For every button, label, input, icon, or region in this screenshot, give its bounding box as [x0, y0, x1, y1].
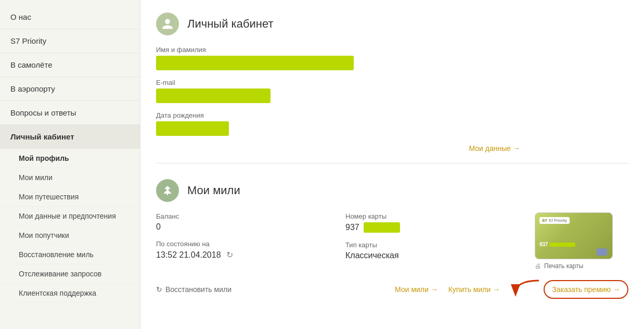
card-logo: S7 S7 Priority: [539, 217, 570, 224]
sidebar-subitem-companions[interactable]: Мои попутчики: [0, 226, 140, 245]
refresh-icon[interactable]: ↻: [226, 250, 233, 260]
card-chip: [597, 248, 607, 256]
sidebar-subitem-trips[interactable]: Мои путешествия: [0, 187, 140, 207]
sidebar-subitem-restore[interactable]: Восстановление миль: [0, 245, 140, 264]
card-image: S7 S7 Priority 937: [535, 212, 613, 259]
card-number-label: Номер карты: [345, 212, 535, 220]
miles-icon: [156, 179, 179, 202]
balance-value: 0: [156, 222, 345, 232]
card-img-number: 937: [539, 242, 575, 247]
card-info: Номер карты 937 Тип карты Классическая: [345, 212, 535, 269]
miles-title: Мои мили: [187, 184, 240, 197]
personal-section: Личный кабинет Имя и фамилия E-mail Дата…: [156, 12, 628, 163]
red-arrow-svg: [510, 278, 542, 299]
sidebar-subitem-tracking[interactable]: Отслеживание запросов: [0, 264, 140, 284]
name-field-group: Имя и фамилия: [156, 46, 628, 70]
sidebar-item-faq[interactable]: Вопросы и ответы: [0, 101, 140, 125]
personal-title: Личный кабинет: [187, 17, 274, 31]
sidebar: О нас S7 Priority В самолёте В аэропорту…: [0, 0, 140, 329]
birthdate-field-group: Дата рождения: [156, 111, 628, 136]
sidebar-item-onboard[interactable]: В самолёте: [0, 53, 140, 77]
main-content: Личный кабинет Имя и фамилия E-mail Дата…: [140, 0, 644, 329]
sidebar-subitem-support[interactable]: Клиентская поддержка: [0, 284, 140, 303]
name-label: Имя и фамилия: [156, 46, 628, 54]
card-type-value: Классическая: [345, 251, 535, 260]
email-value-bar: [156, 88, 271, 103]
sidebar-item-s7priority[interactable]: S7 Priority: [0, 29, 140, 53]
user-icon: [156, 12, 179, 35]
card-number-bar: [364, 222, 400, 233]
sidebar-subitem-profile[interactable]: Мой профиль: [0, 149, 140, 168]
name-value-bar: [156, 56, 354, 70]
as-of-label: По состоянию на: [156, 240, 345, 248]
email-field-group: E-mail: [156, 79, 628, 103]
email-label: E-mail: [156, 79, 628, 86]
card-type-label: Тип карты: [345, 241, 535, 249]
sidebar-subitem-miles[interactable]: Мои мили: [0, 168, 140, 187]
print-card-btn[interactable]: 🖨 Печать карты: [535, 262, 628, 270]
miles-section: Мои мили Баланс 0 По состоянию на 13:52 …: [156, 179, 628, 311]
order-premium-btn[interactable]: Заказать премию →: [544, 280, 628, 299]
sidebar-subitem-data[interactable]: Мои данные и предпочтения: [0, 207, 140, 226]
buy-miles-link[interactable]: Купить мили →: [448, 285, 500, 294]
card-image-col: S7 S7 Priority 937 🖨 Печать карты: [535, 212, 628, 270]
sidebar-item-cabinet[interactable]: Личный кабинет: [0, 125, 140, 149]
as-of-value: 13:52 21.04.2018 ↻: [156, 250, 345, 260]
balance-info: Баланс 0 По состоянию на 13:52 21.04.201…: [156, 212, 345, 268]
personal-header: Личный кабинет: [156, 12, 628, 35]
miles-header: Мои мили: [156, 179, 628, 202]
restore-icon: ↻: [156, 285, 162, 294]
miles-actions: ↻ Восстановить мили Мои мили → Купить ми…: [156, 278, 628, 300]
restore-miles-link[interactable]: ↻ Восстановить мили: [156, 285, 231, 294]
sidebar-item-airport[interactable]: В аэропорту: [0, 77, 140, 101]
card-number-value: 937: [345, 222, 535, 233]
birthdate-value-bar: [156, 121, 229, 136]
birthdate-label: Дата рождения: [156, 111, 628, 119]
my-miles-link[interactable]: Мои мили →: [395, 285, 438, 294]
print-icon: 🖨: [535, 262, 541, 270]
order-premium-wrapper: Заказать премию →: [510, 278, 628, 300]
sidebar-item-about[interactable]: О нас: [0, 5, 140, 29]
miles-grid: Баланс 0 По состоянию на 13:52 21.04.201…: [156, 212, 628, 270]
my-data-link[interactable]: Мои данные →: [156, 144, 520, 153]
balance-label: Баланс: [156, 212, 345, 220]
